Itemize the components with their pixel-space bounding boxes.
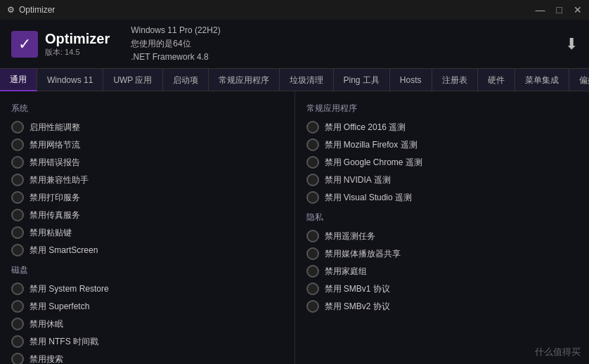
tab-uwp[interactable]: UWP 应用 (103, 69, 162, 91)
item-label: 禁用 SMBv1 协议 (325, 283, 390, 295)
item-label: 禁用兼容性助手 (30, 174, 89, 186)
tab-hosts[interactable]: Hosts (390, 69, 432, 91)
toggle-0-4[interactable] (11, 191, 24, 204)
minimize-button[interactable]: — (536, 4, 545, 15)
item-label: 禁用遥测任务 (325, 230, 375, 242)
sys-line2: 您使用的是64位 (131, 37, 220, 51)
download-icon[interactable]: ⬇ (565, 35, 578, 53)
list-item: 禁用休眠 (11, 317, 283, 331)
list-item: 启用性能调整 (11, 120, 283, 134)
item-label: 禁用 Google Chrome 遥测 (325, 157, 422, 169)
list-item: 禁用 Visual Studio 遥测 (306, 190, 578, 204)
list-item: 禁用 SMBv2 协议 (306, 299, 578, 313)
title-bar-controls: — □ ✕ (536, 4, 582, 15)
toggle-1-0[interactable] (11, 282, 24, 295)
toggle-r-1-0[interactable] (306, 230, 319, 242)
app-logo-icon: ✓ (11, 31, 38, 58)
toggle-0-0[interactable] (11, 121, 24, 134)
toggle-0-5[interactable] (11, 209, 24, 221)
tab-registry[interactable]: 注册表 (432, 69, 478, 91)
tab-general[interactable]: 通用 (0, 69, 37, 91)
list-item: 禁用 Google Chrome 遥测 (306, 155, 578, 169)
item-label: 禁用打印服务 (30, 192, 80, 204)
item-label: 禁用休眠 (30, 318, 63, 330)
watermark: 什么值得买 (535, 346, 581, 358)
list-item: 禁用 SMBv1 协议 (306, 282, 578, 296)
toggle-r-1-4[interactable] (306, 300, 319, 313)
app-name-version: Optimizer 版本: 14.5 (45, 31, 110, 58)
toggle-r-0-3[interactable] (306, 174, 319, 186)
toggle-1-4[interactable] (11, 353, 24, 364)
tab-bar: 通用Windows 11UWP 应用启动项常规应用程序垃圾清理Ping 工具Ho… (0, 69, 589, 91)
right-section-title-1: 隐私 (306, 212, 578, 223)
list-item: 禁用家庭组 (306, 264, 578, 278)
tab-startup[interactable]: 启动项 (163, 69, 209, 91)
toggle-r-1-1[interactable] (306, 247, 319, 260)
app-version: 版本: 14.5 (45, 47, 110, 58)
tab-common-apps[interactable]: 常规应用程序 (209, 69, 280, 91)
item-label: 禁用 Office 2016 遥测 (325, 122, 406, 134)
tab-hardware[interactable]: 硬件 (478, 69, 515, 91)
list-item: 禁用 Superfetch (11, 299, 283, 313)
toggle-r-0-1[interactable] (306, 138, 319, 151)
item-label: 禁用 Superfetch (30, 301, 89, 313)
list-item: 禁用粘贴键 (11, 226, 283, 240)
toggle-0-1[interactable] (11, 138, 24, 151)
item-label: 禁用 NTFS 时间戳 (30, 336, 98, 348)
left-panel: 系统启用性能调整禁用网络节流禁用错误报告禁用兼容性助手禁用打印服务禁用传真服务禁… (0, 91, 295, 364)
main-content: 系统启用性能调整禁用网络节流禁用错误报告禁用兼容性助手禁用打印服务禁用传真服务禁… (0, 91, 589, 364)
window-title: Optimizer (19, 5, 55, 15)
tab-menu-integration[interactable]: 菜单集成 (515, 69, 569, 91)
toggle-1-3[interactable] (11, 335, 24, 348)
toggle-0-6[interactable] (11, 226, 24, 239)
close-button[interactable]: ✕ (574, 4, 582, 15)
tab-ping[interactable]: Ping 工具 (334, 69, 390, 91)
app-name: Optimizer (45, 31, 110, 47)
sys-line3: .NET Framework 4.8 (131, 51, 220, 64)
left-section-title-1: 磁盘 (11, 264, 283, 276)
toggle-r-0-2[interactable] (306, 156, 319, 169)
list-item: 禁用错误报告 (11, 155, 283, 169)
title-icon: ⚙ (7, 5, 15, 15)
list-item: 禁用 Office 2016 遥测 (306, 120, 578, 134)
list-item: 禁用传真服务 (11, 208, 283, 222)
item-label: 禁用错误报告 (30, 157, 80, 169)
toggle-1-1[interactable] (11, 300, 24, 313)
item-label: 禁用传真服务 (30, 209, 80, 221)
list-item: 禁用打印服务 (11, 190, 283, 204)
tab-preferences[interactable]: 偏好选项 (569, 69, 589, 91)
toggle-0-7[interactable] (11, 244, 24, 256)
toggle-r-0-4[interactable] (306, 191, 319, 204)
item-label: 禁用 SMBv2 协议 (325, 301, 390, 313)
tab-windows11[interactable]: Windows 11 (37, 69, 103, 91)
maximize-button[interactable]: □ (557, 4, 562, 15)
toggle-r-1-2[interactable] (306, 265, 319, 278)
sys-line1: Windows 11 Pro (22H2) (131, 24, 220, 37)
left-section-title-0: 系统 (11, 103, 283, 115)
item-label: 禁用家庭组 (325, 266, 367, 278)
list-item: 禁用 System Restore (11, 282, 283, 296)
toggle-1-2[interactable] (11, 318, 24, 330)
item-label: 禁用 SmartScreen (30, 245, 98, 256)
item-label: 禁用 Mozilla Firefox 遥测 (325, 139, 418, 151)
toggle-0-3[interactable] (11, 174, 24, 186)
header: ✓ Optimizer 版本: 14.5 Windows 11 Pro (22H… (0, 20, 589, 69)
title-bar: ⚙ Optimizer — □ ✕ (0, 0, 589, 20)
right-panel: 常规应用程序禁用 Office 2016 遥测禁用 Mozilla Firefo… (295, 91, 590, 364)
list-item: 禁用 Mozilla Firefox 遥测 (306, 138, 578, 152)
item-label: 禁用网络节流 (30, 139, 80, 151)
toggle-r-1-3[interactable] (306, 282, 319, 295)
tab-junk[interactable]: 垃圾清理 (280, 69, 334, 91)
list-item: 禁用 SmartScreen (11, 243, 283, 257)
item-label: 禁用媒体播放器共享 (325, 248, 401, 260)
toggle-r-0-0[interactable] (306, 121, 319, 134)
list-item: 禁用搜索 (11, 352, 283, 364)
item-label: 禁用搜索 (30, 353, 63, 365)
toggle-0-2[interactable] (11, 156, 24, 169)
title-bar-left: ⚙ Optimizer (7, 5, 55, 15)
item-label: 禁用 System Restore (30, 283, 109, 295)
list-item: 禁用 NTFS 时间戳 (11, 334, 283, 349)
item-label: 禁用 Visual Studio 遥测 (325, 192, 413, 204)
list-item: 禁用遥测任务 (306, 229, 578, 243)
system-info: Windows 11 Pro (22H2) 您使用的是64位 .NET Fram… (131, 24, 220, 65)
